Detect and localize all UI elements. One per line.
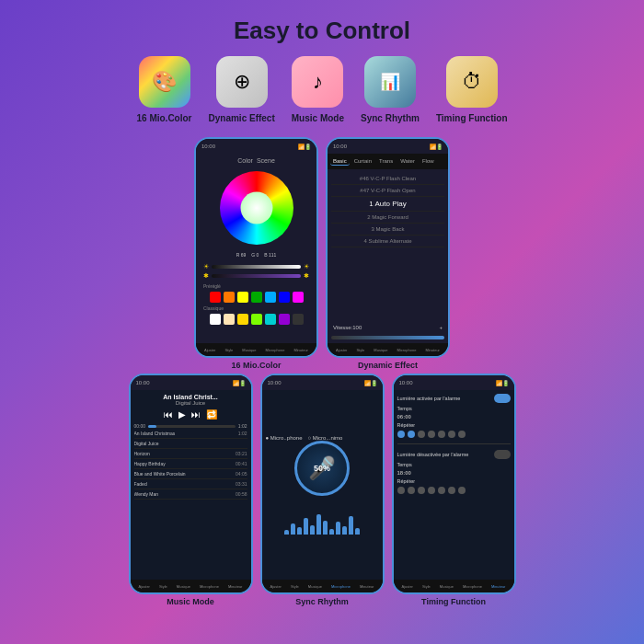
tab-trans[interactable]: Trans (376, 157, 396, 166)
swatch-violet[interactable] (279, 314, 290, 325)
track-row[interactable]: An Island Christmas 1:02 (134, 429, 247, 439)
track-row[interactable]: Wendy Man 00:58 (134, 489, 247, 500)
dot-1-5[interactable] (438, 431, 445, 438)
dot-1-1[interactable] (397, 431, 405, 438)
status-time: 10:00 (201, 144, 215, 149)
dot-1-7[interactable] (458, 431, 466, 438)
effect-item-4[interactable]: 2 Magic Forward (331, 212, 444, 224)
eff-nav-ajuster[interactable]: Ajuster (336, 348, 347, 352)
swatch-blue[interactable] (279, 292, 290, 303)
music-screen: An Island Christ... Digital Juice ⏮ ▶ ⏭ … (131, 390, 251, 580)
track-row[interactable]: Horizon 03:21 (134, 449, 247, 459)
track-row[interactable]: Faded 03:31 (134, 479, 247, 489)
dot-1-2[interactable] (408, 431, 415, 438)
dot-2-7[interactable] (458, 487, 466, 494)
color-wheel[interactable] (220, 171, 293, 245)
nav-microphone[interactable]: Microphone (265, 348, 284, 352)
timing-screen: Lumière activée par l'alarme Temps 06:00… (394, 390, 514, 580)
tim-nav-ajuster[interactable]: Ajuster (402, 584, 413, 589)
speed-plus[interactable]: + (439, 325, 443, 330)
swatch-orange[interactable] (224, 292, 235, 303)
tab-flow[interactable]: Flow (420, 157, 437, 166)
hue-left-icon: ✱ (203, 272, 209, 280)
eff-nav-micro[interactable]: Microphone (397, 348, 416, 352)
syn-nav-style[interactable]: Style (291, 584, 299, 589)
effect-status-icons: 📶🔋 (430, 144, 443, 150)
hue-right-icon: ✱ (304, 272, 309, 280)
syn-nav-min[interactable]: Minuteur (360, 584, 374, 589)
dot-2-1[interactable] (397, 487, 405, 494)
play-button[interactable]: ▶ (178, 409, 186, 420)
tab-curtain[interactable]: Curtain (351, 157, 374, 166)
repeat-button[interactable]: 🔁 (206, 409, 217, 420)
mus-nav-style[interactable]: Style (159, 584, 167, 589)
effect-item-6[interactable]: 4 Sublime Alternate (331, 236, 444, 247)
syn-nav-micro[interactable]: Microphone (331, 584, 351, 589)
effect-item-2[interactable]: #47 V-C-P Flash Open (331, 185, 444, 197)
mus-nav-min[interactable]: Minuteur (228, 584, 243, 589)
brightness-track[interactable] (212, 265, 301, 269)
swatch-dark[interactable] (293, 314, 304, 325)
syn-nav-musique[interactable]: Musique (308, 584, 322, 589)
dot-2-5[interactable] (438, 487, 445, 494)
track-name-3: Horizon (134, 451, 150, 456)
dot-1-4[interactable] (428, 431, 435, 438)
speed-row: Vitesse:100 + (328, 323, 448, 332)
mus-nav-micro[interactable]: Microphone (200, 584, 219, 589)
dot-2-2[interactable] (408, 487, 415, 494)
eff-nav-style[interactable]: Style (356, 348, 364, 352)
tim-nav-micro[interactable]: Microphone (463, 584, 482, 589)
dot-1-3[interactable] (418, 431, 425, 438)
tab-basic[interactable]: Basic (330, 157, 350, 166)
dot-2-3[interactable] (418, 487, 425, 494)
mus-nav-ajuster[interactable]: Ajuster (139, 584, 150, 589)
swatch-red[interactable] (210, 292, 221, 303)
swatch-warmwhite[interactable] (224, 314, 235, 325)
color-phone-nav: Ajuster Style Musique Microphone Minuteu… (196, 343, 316, 356)
effect-phone-caption: Dynamic Effect (358, 361, 418, 370)
dot-1-6[interactable] (448, 431, 455, 438)
mus-nav-musique[interactable]: Musique (177, 584, 190, 589)
effect-item-3[interactable]: 1 Auto Play (331, 197, 444, 212)
progress-track[interactable] (148, 425, 236, 428)
nav-minuteur[interactable]: Minuteur (293, 348, 308, 352)
track-row[interactable]: Digital Juice (134, 439, 247, 449)
tab-scene[interactable]: Scene (257, 157, 275, 164)
timing-repeat-row-2: Répéter (397, 478, 511, 484)
swatch-yellow[interactable] (237, 292, 248, 303)
swatch-magenta[interactable] (293, 292, 304, 303)
swatch-white[interactable] (210, 314, 221, 325)
effect-item-5[interactable]: 3 Magic Back (331, 224, 444, 236)
track-row[interactable]: Blue and White Porcelain 04:05 (134, 469, 247, 479)
timing-active-row: Lumière activée par l'alarme (397, 394, 511, 403)
swatch-cyan[interactable] (265, 292, 276, 303)
timing-active-toggle[interactable] (494, 394, 511, 403)
swatch-gold[interactable] (237, 314, 248, 325)
tim-nav-style[interactable]: Style (422, 584, 431, 589)
prev-button[interactable]: ⏮ (164, 409, 173, 420)
swatch-green[interactable] (251, 292, 262, 303)
tim-nav-min[interactable]: Minuteur (491, 584, 506, 589)
tab-color[interactable]: Color (237, 157, 253, 164)
swatch-teal[interactable] (265, 314, 276, 325)
timing-time-row-1: Temps (397, 406, 511, 411)
speed-bar[interactable] (331, 336, 444, 339)
tim-nav-musique[interactable]: Musique (440, 584, 454, 589)
dot-2-4[interactable] (428, 487, 435, 494)
eff-nav-min[interactable]: Minuteur (425, 348, 440, 352)
nav-ajuster[interactable]: Ajuster (204, 348, 215, 352)
timing-inactive-toggle[interactable] (494, 450, 511, 459)
timing-time-row-2: Temps (397, 462, 511, 467)
swatch-lime[interactable] (251, 314, 262, 325)
effect-item-1[interactable]: #46 V-C-P Flash Clean (331, 173, 444, 185)
eff-nav-musique[interactable]: Musique (374, 348, 387, 352)
nav-style[interactable]: Style (224, 348, 233, 352)
track-row[interactable]: Happy Birthday 00:41 (134, 459, 247, 469)
hue-track[interactable] (212, 274, 301, 278)
tab-water[interactable]: Water (397, 157, 418, 166)
dot-2-6[interactable] (448, 487, 455, 494)
syn-nav-ajuster[interactable]: Ajuster (270, 584, 282, 589)
timing-label: Timing Function (436, 113, 508, 124)
nav-musique[interactable]: Musique (242, 348, 256, 352)
next-button[interactable]: ⏭ (191, 409, 201, 420)
